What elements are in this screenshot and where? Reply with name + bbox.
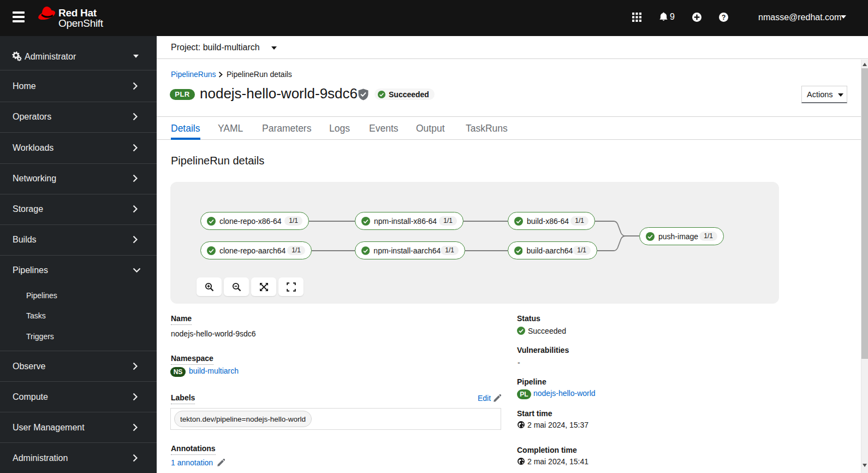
svg-text:?: ? [722,14,726,21]
